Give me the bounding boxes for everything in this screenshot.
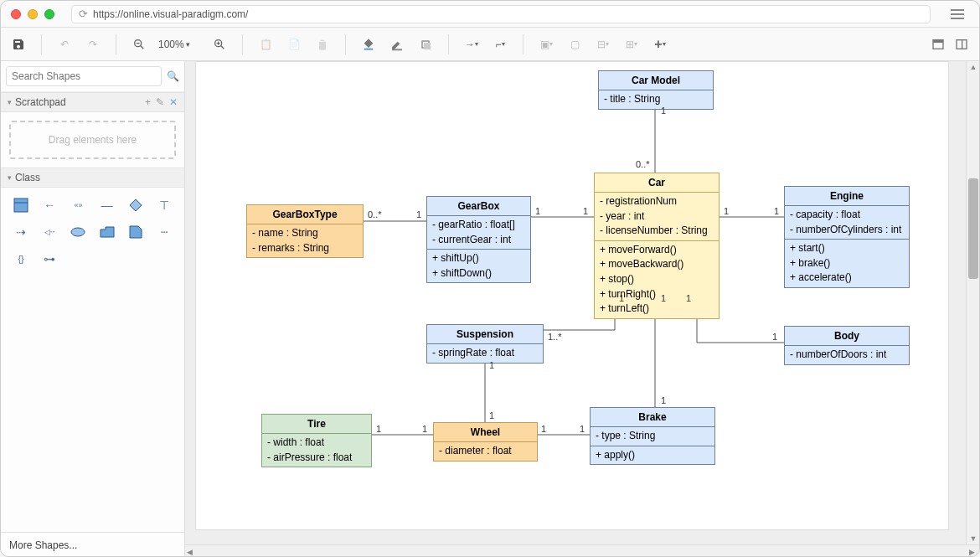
scratchpad-close-icon[interactable]: ✕ xyxy=(169,96,178,108)
class-box-gearbox[interactable]: GearBox - gearRatio : float[] - currentG… xyxy=(426,196,531,283)
shape-association[interactable]: ← xyxy=(38,194,61,216)
zoom-out-icon xyxy=(132,38,146,51)
class-op: + start() xyxy=(790,241,904,256)
shape-interface[interactable]: «» xyxy=(66,194,90,216)
shape-dashed[interactable]: ┄ xyxy=(152,221,176,243)
scroll-up-arrow-icon[interactable]: ▲ xyxy=(969,63,977,71)
class-panel-header[interactable]: ▾ Class xyxy=(1,168,184,188)
class-box-carmodel[interactable]: Car Model - title : String xyxy=(598,70,714,110)
maximize-window-icon[interactable] xyxy=(44,9,54,19)
fill-color-button[interactable] xyxy=(359,35,378,54)
reload-icon[interactable]: ⟳ xyxy=(79,8,88,20)
scratchpad-add-icon[interactable]: + xyxy=(145,96,151,108)
multiplicity-label: 0..* xyxy=(368,209,382,219)
svg-line-4 xyxy=(220,45,224,49)
shape-dependency[interactable]: ⇢ xyxy=(9,221,33,243)
minimize-window-icon[interactable] xyxy=(28,9,38,19)
class-box-suspension[interactable]: Suspension - springRate : float xyxy=(426,324,544,364)
undo-button[interactable]: ↶ xyxy=(55,35,74,54)
zoom-out-button[interactable] xyxy=(130,35,148,54)
class-box-engine[interactable]: Engine - capacity : float - numberOfCyli… xyxy=(784,186,910,288)
multiplicity-label: 1 xyxy=(580,424,585,434)
class-attr: - gearRatio : float[] xyxy=(432,218,525,233)
scroll-thumb[interactable] xyxy=(968,178,978,279)
paste-button[interactable]: 📄 xyxy=(285,35,303,54)
zoom-in-button[interactable] xyxy=(210,35,229,54)
shape-realization[interactable]: ◁╌ xyxy=(38,221,61,243)
url-bar[interactable]: ⟳ https://online.visual-paradigm.com/ xyxy=(71,5,931,23)
class-box-wheel[interactable]: Wheel - diameter : float xyxy=(433,422,538,462)
shape-package[interactable] xyxy=(95,221,118,243)
scratchpad-header[interactable]: ▾ Scratchpad + ✎ ✕ xyxy=(1,92,184,112)
scratchpad-drop-zone[interactable]: Drag elements here xyxy=(9,121,176,159)
hamburger-menu-icon[interactable] xyxy=(946,5,969,23)
shape-lollipop[interactable]: ⊶ xyxy=(38,248,61,270)
to-back-button[interactable]: ▢ xyxy=(565,35,584,54)
class-op: + apply() xyxy=(596,448,709,463)
outline-panel-button[interactable] xyxy=(952,35,971,54)
more-shapes-link[interactable]: More Shapes... xyxy=(1,532,184,557)
multiplicity-label: 1 xyxy=(686,293,691,303)
svg-rect-8 xyxy=(392,49,402,50)
vertical-scrollbar[interactable]: ▲ ▼ xyxy=(966,61,979,544)
class-attr: - year : int xyxy=(600,209,714,224)
zoom-level-dropdown[interactable]: 100% ▾ xyxy=(158,39,200,50)
shape-line[interactable]: — xyxy=(95,194,118,216)
shadow-icon xyxy=(419,38,432,51)
class-box-body[interactable]: Body - numberOfDoors : int xyxy=(784,326,910,365)
scroll-left-arrow-icon[interactable]: ◀ xyxy=(187,548,195,556)
left-panel: 🔍 ▾ Scratchpad + ✎ ✕ Drag elements here … xyxy=(1,61,185,557)
align-button[interactable]: ⊟▾ xyxy=(594,35,612,54)
multiplicity-label: 1 xyxy=(535,206,540,216)
class-box-brake[interactable]: Brake - type : String + apply() xyxy=(590,407,715,465)
to-front-button[interactable]: ▣▾ xyxy=(537,35,555,54)
delete-button[interactable] xyxy=(313,35,332,54)
add-button[interactable]: +▾ xyxy=(651,35,669,54)
class-attr: - capacity : float xyxy=(790,208,904,223)
svg-rect-7 xyxy=(364,48,374,49)
close-window-icon[interactable] xyxy=(11,9,21,19)
redo-button[interactable]: ↷ xyxy=(84,35,102,54)
class-box-car[interactable]: Car - registrationNum - year : int - lic… xyxy=(594,173,720,319)
multiplicity-label: 1 xyxy=(661,395,666,405)
shape-usecase[interactable] xyxy=(66,221,90,243)
search-icon[interactable]: 🔍 xyxy=(167,70,179,82)
horizontal-scrollbar[interactable]: ◀ ▶ xyxy=(185,544,979,557)
connector-style-button[interactable]: →▾ xyxy=(462,35,481,54)
multiplicity-label: 0..* xyxy=(636,159,650,169)
class-box-tire[interactable]: Tire - width : float - airPressure : flo… xyxy=(261,414,372,467)
shadow-button[interactable] xyxy=(416,35,435,54)
shape-constraint[interactable]: {} xyxy=(9,248,33,270)
waypoint-style-button[interactable]: ⌐▾ xyxy=(491,35,509,54)
svg-rect-10 xyxy=(424,43,431,49)
class-op: + moveBackward() xyxy=(600,257,714,272)
distribute-button[interactable]: ⊞▾ xyxy=(622,35,641,54)
save-button[interactable] xyxy=(9,35,28,54)
copy-button[interactable]: 📋 xyxy=(256,35,275,54)
canvas-area[interactable]: Car Model - title : String Car - registr… xyxy=(185,61,979,557)
format-panel-button[interactable] xyxy=(929,35,947,54)
search-shapes-input[interactable] xyxy=(6,66,162,86)
canvas-page[interactable]: Car Model - title : String Car - registr… xyxy=(195,61,949,530)
shape-aggregation[interactable] xyxy=(124,194,147,216)
line-color-button[interactable] xyxy=(388,35,406,54)
svg-rect-15 xyxy=(14,199,28,212)
scroll-right-arrow-icon[interactable]: ▶ xyxy=(969,548,977,556)
scratchpad-edit-icon[interactable]: ✎ xyxy=(156,96,164,108)
class-box-gearboxtype[interactable]: GearBoxType - name : String - remarks : … xyxy=(246,204,364,258)
save-icon xyxy=(12,38,25,51)
class-op: + accelerate() xyxy=(790,271,904,286)
class-attr: - numberOfDoors : int xyxy=(790,348,904,363)
class-name: Tire xyxy=(262,415,371,433)
multiplicity-label: 1 xyxy=(724,206,729,216)
paint-bucket-icon xyxy=(362,38,375,51)
class-attr: - airPressure : float xyxy=(267,451,366,466)
caret-down-icon: ▾ xyxy=(8,173,12,182)
shape-note[interactable] xyxy=(124,221,147,243)
class-attr: - title : String xyxy=(604,92,708,107)
class-title: Class xyxy=(15,172,40,183)
scroll-down-arrow-icon[interactable]: ▼ xyxy=(969,534,977,543)
shape-class[interactable] xyxy=(9,194,33,216)
scratchpad-title: Scratchpad xyxy=(15,96,66,108)
shape-composition[interactable]: ⊤ xyxy=(152,194,176,216)
